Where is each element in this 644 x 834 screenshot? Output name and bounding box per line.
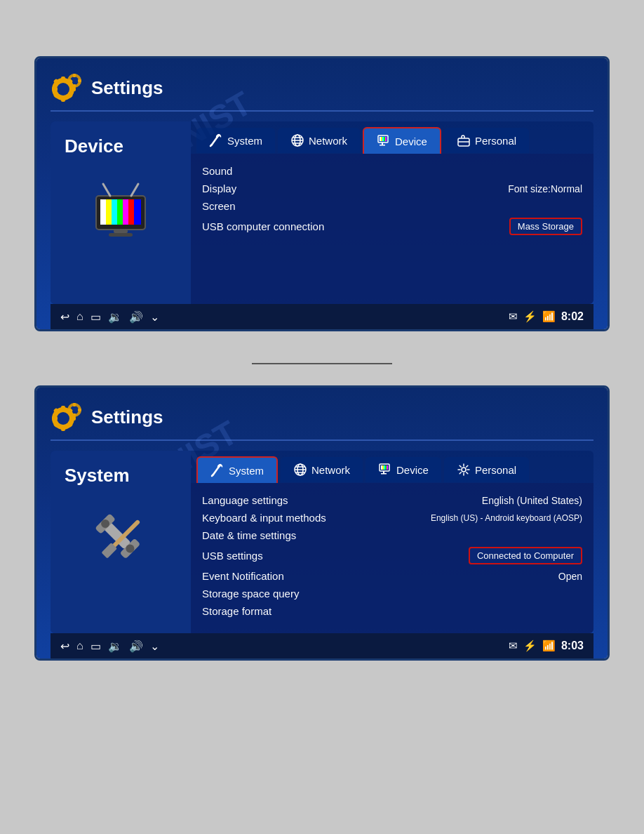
recents-icon-1[interactable]: ▭ bbox=[90, 310, 101, 324]
svg-rect-49 bbox=[73, 403, 76, 406]
tab-device-label-2: Device bbox=[396, 464, 429, 476]
svg-line-25 bbox=[103, 184, 110, 196]
svg-rect-20 bbox=[112, 199, 117, 225]
signal-icon-1: 📶 bbox=[542, 310, 556, 323]
menu-row-sound[interactable]: Sound bbox=[202, 162, 582, 180]
content-area-1: Device bbox=[51, 121, 593, 304]
svg-rect-5 bbox=[78, 79, 81, 82]
status-time-1: 8:02 bbox=[561, 310, 584, 323]
vol-up-icon-1[interactable]: 🔊 bbox=[129, 310, 143, 324]
back-icon-2[interactable]: ↩ bbox=[60, 640, 69, 653]
home-icon-1[interactable]: ⌂ bbox=[76, 310, 83, 323]
globe-icon-2 bbox=[293, 463, 307, 477]
svg-point-7 bbox=[57, 83, 69, 95]
svg-rect-23 bbox=[128, 199, 134, 225]
svg-rect-80 bbox=[384, 465, 385, 470]
home-icon-2[interactable]: ⌂ bbox=[76, 640, 83, 652]
svg-rect-10 bbox=[52, 87, 58, 91]
svg-rect-58 bbox=[70, 416, 76, 421]
svg-rect-22 bbox=[123, 199, 128, 225]
status-bar-2: ↩ ⌂ ▭ 🔉 🔊 ⌄ ✉ ⚡ 📶 8:03 bbox=[51, 633, 593, 658]
status-right-1: ✉ ⚡ 📶 8:02 bbox=[509, 310, 584, 323]
menu-value-language: English (United States) bbox=[482, 495, 582, 506]
menu-area-1: Sound Display Font size:Normal Screen US… bbox=[191, 154, 593, 304]
down-arrow-icon-1[interactable]: ⌄ bbox=[150, 310, 159, 324]
back-icon-1[interactable]: ↩ bbox=[60, 310, 69, 324]
tab-personal-2[interactable]: Personal bbox=[444, 457, 529, 482]
tab-device-2[interactable]: Device bbox=[365, 457, 441, 482]
menu-row-datetime[interactable]: Date & time settings bbox=[202, 527, 582, 544]
menu-label-language: Language settings bbox=[202, 494, 288, 506]
svg-rect-2 bbox=[73, 74, 76, 77]
recents-icon-2[interactable]: ▭ bbox=[90, 640, 101, 653]
status-left-2: ↩ ⌂ ▭ 🔉 🔊 ⌄ bbox=[60, 640, 159, 653]
svg-rect-43 bbox=[384, 137, 385, 141]
menu-badge-mass-storage: Mass Storage bbox=[509, 218, 582, 235]
tab-system-label-2: System bbox=[229, 465, 264, 477]
settings-title-2: Settings bbox=[91, 406, 163, 428]
vol-up-icon-2[interactable]: 🔊 bbox=[129, 640, 143, 653]
menu-label-format: Storage format bbox=[202, 605, 271, 617]
menu-badge-connected: Connected to Computer bbox=[469, 547, 582, 564]
vol-down-icon-1[interactable]: 🔉 bbox=[108, 310, 122, 324]
tab-device-1[interactable]: Device bbox=[363, 127, 441, 154]
tab-network-label-1: Network bbox=[309, 135, 347, 147]
tab-network-2[interactable]: Network bbox=[281, 457, 363, 482]
menu-row-storage[interactable]: Storage space query bbox=[202, 585, 582, 602]
svg-rect-38 bbox=[382, 143, 383, 145]
menu-row-event[interactable]: Event Notification Open bbox=[202, 567, 582, 585]
usb-icon-2: ⚡ bbox=[523, 640, 537, 652]
svg-rect-8 bbox=[61, 77, 65, 82]
tab-system-2[interactable]: System bbox=[196, 456, 278, 483]
svg-rect-78 bbox=[381, 465, 382, 470]
sidebar-1: Device bbox=[51, 121, 191, 304]
svg-rect-56 bbox=[61, 425, 65, 431]
svg-rect-28 bbox=[109, 233, 133, 237]
content-area-2: System bbox=[51, 451, 593, 633]
svg-line-30 bbox=[210, 145, 212, 146]
svg-rect-9 bbox=[61, 96, 65, 102]
tab-network-1[interactable]: Network bbox=[278, 128, 360, 153]
status-bar-1: ↩ ⌂ ▭ 🔉 🔊 ⌄ ✉ ⚡ 📶 8:02 bbox=[51, 304, 593, 329]
svg-rect-82 bbox=[387, 465, 388, 470]
svg-rect-57 bbox=[52, 416, 58, 421]
tab-network-label-2: Network bbox=[311, 464, 350, 476]
separator bbox=[252, 363, 392, 364]
menu-label-storage: Storage space query bbox=[202, 588, 299, 600]
mail-icon-2: ✉ bbox=[509, 640, 518, 652]
tools-icon bbox=[89, 508, 152, 571]
tabs-1: System Network bbox=[191, 121, 593, 154]
down-arrow-icon-2[interactable]: ⌄ bbox=[150, 640, 159, 653]
menu-label-datetime: Date & time settings bbox=[202, 529, 296, 541]
sidebar-label-2: System bbox=[58, 465, 130, 486]
tab-personal-label-2: Personal bbox=[475, 464, 516, 476]
settings-header-2: Settings bbox=[51, 400, 593, 441]
menu-label-event: Event Notification bbox=[202, 570, 284, 582]
menu-row-usb-settings[interactable]: USB settings Connected to Computer bbox=[202, 544, 582, 567]
tv-icon-area bbox=[58, 171, 184, 249]
briefcase-icon-1 bbox=[457, 133, 471, 147]
tab-personal-1[interactable]: Personal bbox=[444, 128, 529, 153]
menu-row-language[interactable]: Language settings English (United States… bbox=[202, 491, 582, 509]
menu-row-usb[interactable]: USB computer connection Mass Storage bbox=[202, 215, 582, 238]
menu-row-keyboard[interactable]: Keyboard & input methods English (US) - … bbox=[202, 509, 582, 527]
svg-rect-11 bbox=[70, 87, 76, 91]
menu-value-event: Open bbox=[558, 571, 582, 582]
tv-icon bbox=[89, 178, 152, 241]
tab-system-1[interactable]: System bbox=[196, 128, 275, 153]
svg-rect-84 bbox=[381, 473, 387, 475]
menu-label-display: Display bbox=[202, 183, 236, 194]
status-time-2: 8:03 bbox=[561, 640, 584, 652]
svg-rect-55 bbox=[61, 406, 65, 411]
menu-label-usb-settings: USB settings bbox=[202, 550, 263, 562]
svg-point-85 bbox=[462, 468, 466, 472]
menu-row-display[interactable]: Display Font size:Normal bbox=[202, 180, 582, 197]
svg-rect-21 bbox=[117, 199, 123, 225]
menu-row-format[interactable]: Storage format bbox=[202, 602, 582, 620]
main-content-1: System Network bbox=[191, 121, 593, 304]
vol-down-icon-2[interactable]: 🔉 bbox=[108, 640, 122, 653]
main-content-2: System Network bbox=[191, 451, 593, 633]
menu-row-screen[interactable]: Screen bbox=[202, 197, 582, 215]
status-left-1: ↩ ⌂ ▭ 🔉 🔊 ⌄ bbox=[60, 310, 159, 324]
svg-rect-19 bbox=[106, 199, 112, 225]
